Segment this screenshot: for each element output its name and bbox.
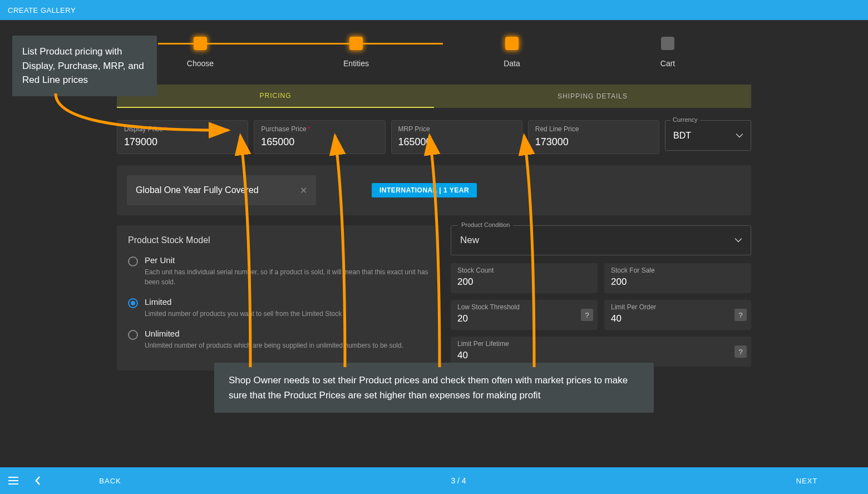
radio-icon[interactable] bbox=[128, 298, 138, 308]
purchase-price-field[interactable]: Purchase Price* 165000 bbox=[254, 120, 385, 154]
currency-select[interactable]: Currency BDT bbox=[665, 120, 751, 154]
step-label-cart: Cart bbox=[618, 59, 718, 68]
product-condition-select[interactable]: Product Condition New bbox=[451, 225, 751, 255]
radio-unlimited-desc: Unlimited number of products which are b… bbox=[145, 340, 403, 350]
mrp-price-value[interactable]: 165000 bbox=[398, 136, 515, 148]
warranty-badge[interactable]: INTERNATIONAL | 1 YEAR bbox=[372, 183, 477, 197]
step-cart[interactable] bbox=[661, 37, 674, 50]
annotation-callout-1: List Product pricing with Display, Purch… bbox=[12, 36, 157, 96]
low-threshold-label: Low Stock Threshold bbox=[457, 303, 591, 311]
step-connector bbox=[158, 43, 443, 45]
radio-per-unit[interactable]: Per Unit Each unit has individual serial… bbox=[128, 255, 428, 287]
radio-limited[interactable]: Limited Limited number of products you w… bbox=[128, 297, 428, 319]
condition-value: New bbox=[460, 235, 479, 246]
warranty-chip-text: Global One Year Fully Covered bbox=[136, 184, 259, 196]
tabs: PRICING SHIPPING DETAILS bbox=[117, 85, 751, 108]
purchase-price-label: Purchase Price bbox=[261, 125, 306, 133]
radio-per-unit-desc: Each unit has individual serial number, … bbox=[145, 267, 428, 287]
limit-life-label: Limit Per Lifetime bbox=[457, 340, 744, 348]
stock-count-value[interactable]: 200 bbox=[457, 276, 591, 288]
help-icon[interactable]: ? bbox=[734, 345, 747, 358]
back-button[interactable]: BACK bbox=[49, 477, 171, 485]
low-threshold-field[interactable]: Low Stock Threshold 20 ? bbox=[451, 300, 598, 330]
next-button[interactable]: NEXT bbox=[746, 477, 868, 485]
step-data[interactable] bbox=[505, 37, 519, 50]
page-indicator: 3 / 4 bbox=[171, 476, 746, 485]
stock-count-label: Stock Count bbox=[457, 266, 591, 274]
annotation-callout-2: Shop Owner needs to set their Product pr… bbox=[214, 363, 654, 413]
display-price-label: Display Price bbox=[124, 125, 163, 133]
radio-unlimited[interactable]: Unlimited Unlimited number of products w… bbox=[128, 329, 428, 350]
condition-label: Product Condition bbox=[458, 221, 513, 228]
stock-model-panel: Product Stock Model Per Unit Each unit h… bbox=[117, 225, 440, 370]
radio-icon[interactable] bbox=[128, 330, 138, 340]
stock-details-panel: Product Condition New Stock Count 200 St… bbox=[451, 225, 751, 370]
stock-sale-value[interactable]: 200 bbox=[611, 276, 744, 288]
redline-price-value[interactable]: 173000 bbox=[535, 136, 652, 148]
price-fields-row: Display Price* 179000 Purchase Price* 16… bbox=[117, 120, 751, 154]
step-label-choose: Choose bbox=[150, 59, 250, 68]
limit-order-field[interactable]: Limit Per Order 40 ? bbox=[604, 300, 751, 330]
tab-pricing[interactable]: PRICING bbox=[117, 85, 434, 108]
low-threshold-value[interactable]: 20 bbox=[457, 313, 591, 324]
warranty-section: Global One Year Fully Covered ✕ INTERNAT… bbox=[117, 165, 751, 215]
stepper: Choose Entities Data Cart bbox=[117, 37, 751, 68]
redline-price-label: Red Line Price bbox=[535, 125, 652, 133]
stock-model-title: Product Stock Model bbox=[128, 235, 428, 245]
limit-order-value[interactable]: 40 bbox=[611, 313, 744, 324]
close-icon[interactable]: ✕ bbox=[300, 185, 307, 196]
chevron-down-icon bbox=[736, 132, 743, 139]
display-price-field[interactable]: Display Price* 179000 bbox=[117, 120, 248, 154]
warranty-chip[interactable]: Global One Year Fully Covered ✕ bbox=[127, 175, 316, 205]
app-title: CREATE GALLERY bbox=[8, 6, 76, 14]
menu-icon[interactable] bbox=[0, 477, 27, 485]
limit-order-label: Limit Per Order bbox=[611, 303, 744, 311]
radio-per-unit-title: Per Unit bbox=[145, 255, 428, 265]
radio-unlimited-title: Unlimited bbox=[145, 329, 403, 338]
purchase-price-value[interactable]: 165000 bbox=[261, 136, 378, 148]
stock-sale-label: Stock For Sale bbox=[611, 266, 744, 274]
stock-count-field[interactable]: Stock Count 200 bbox=[451, 263, 598, 293]
redline-price-field[interactable]: Red Line Price 173000 bbox=[528, 120, 659, 154]
help-icon[interactable]: ? bbox=[734, 309, 747, 321]
mrp-price-field[interactable]: MRP Price 165000 bbox=[391, 120, 522, 154]
help-icon[interactable]: ? bbox=[581, 309, 593, 321]
footer-bar: BACK 3 / 4 NEXT bbox=[0, 467, 868, 494]
radio-limited-desc: Limited number of products you want to s… bbox=[145, 309, 342, 319]
back-icon[interactable] bbox=[27, 476, 49, 485]
display-price-value[interactable]: 179000 bbox=[124, 136, 241, 148]
stock-sale-field[interactable]: Stock For Sale 200 bbox=[604, 263, 751, 293]
limit-life-value[interactable]: 40 bbox=[457, 350, 744, 361]
step-label-data: Data bbox=[462, 59, 562, 68]
currency-label: Currency bbox=[670, 116, 700, 123]
currency-value: BDT bbox=[673, 131, 691, 141]
step-label-entities: Entities bbox=[306, 59, 406, 68]
tab-shipping[interactable]: SHIPPING DETAILS bbox=[434, 85, 751, 108]
radio-limited-title: Limited bbox=[145, 297, 342, 307]
app-title-bar: CREATE GALLERY bbox=[0, 0, 868, 20]
mrp-price-label: MRP Price bbox=[398, 125, 515, 133]
chevron-down-icon bbox=[735, 237, 742, 244]
radio-icon[interactable] bbox=[128, 256, 138, 266]
